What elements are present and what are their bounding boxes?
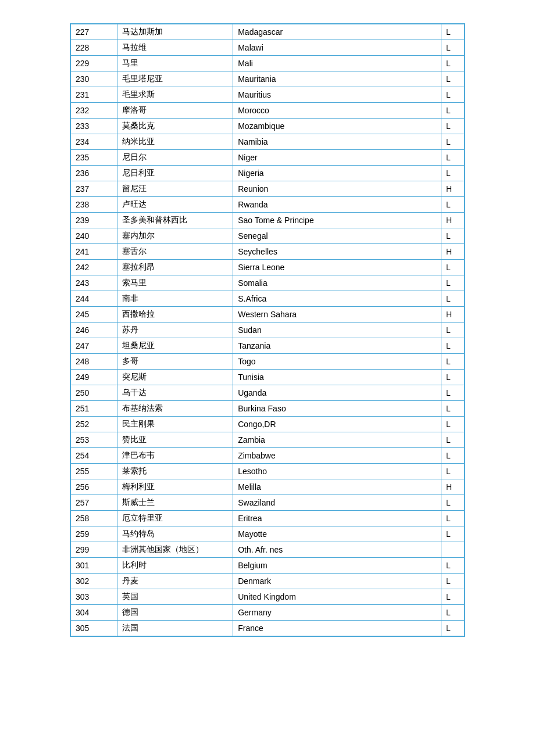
row-id: 257: [71, 495, 117, 511]
row-chinese: 津巴布韦: [117, 448, 233, 464]
row-chinese: 马达加斯加: [117, 24, 233, 40]
row-english: Malawi: [233, 40, 441, 56]
table-row: 228 马拉维 Malawi L: [71, 40, 465, 56]
row-id: 239: [71, 213, 117, 228]
row-code: L: [441, 448, 465, 464]
row-chinese: 毛里求斯: [117, 87, 233, 103]
row-id: 302: [71, 574, 117, 589]
row-chinese: 索马里: [117, 275, 233, 291]
table-row: 237 留尼汪 Reunion H: [71, 181, 465, 197]
row-id: 242: [71, 260, 117, 275]
table-row: 257 斯威士兰 Swaziland L: [71, 495, 465, 511]
row-code: L: [441, 605, 465, 621]
row-code: L: [441, 417, 465, 432]
row-id: 303: [71, 589, 117, 605]
row-english: Denmark: [233, 574, 441, 589]
row-chinese: 尼日利亚: [117, 166, 233, 181]
row-code: L: [441, 197, 465, 213]
row-code: L: [441, 134, 465, 150]
row-id: 241: [71, 244, 117, 260]
table-row: 299 非洲其他国家（地区） Oth. Afr. nes: [71, 542, 465, 558]
row-chinese: 法国: [117, 621, 233, 636]
row-id: 237: [71, 181, 117, 197]
row-id: 228: [71, 40, 117, 56]
row-english: Niger: [233, 150, 441, 166]
table-row: 235 尼日尔 Niger L: [71, 150, 465, 166]
row-id: 254: [71, 448, 117, 464]
row-code: L: [441, 24, 465, 40]
row-code: H: [441, 181, 465, 197]
row-code: L: [441, 464, 465, 479]
row-code: L: [441, 119, 465, 134]
table-row: 227 马达加斯加 Madagascar L: [71, 24, 465, 40]
row-id: 238: [71, 197, 117, 213]
row-id: 256: [71, 479, 117, 495]
row-id: 232: [71, 103, 117, 119]
table-row: 251 布基纳法索 Burkina Faso L: [71, 401, 465, 417]
row-code: L: [441, 589, 465, 605]
table-row: 245 西撒哈拉 Western Sahara H: [71, 307, 465, 323]
table-row: 234 纳米比亚 Namibia L: [71, 134, 465, 150]
row-english: Senegal: [233, 228, 441, 244]
table-row: 304 德国 Germany L: [71, 605, 465, 621]
row-chinese: 南非: [117, 291, 233, 307]
row-id: 251: [71, 401, 117, 417]
row-code: L: [441, 574, 465, 589]
row-id: 235: [71, 150, 117, 166]
row-english: Sierra Leone: [233, 260, 441, 275]
row-english: Mauritius: [233, 87, 441, 103]
table-row: 233 莫桑比克 Mozambique L: [71, 119, 465, 134]
row-id: 230: [71, 71, 117, 87]
table-row: 253 赞比亚 Zambia L: [71, 432, 465, 448]
row-english: Belgium: [233, 558, 441, 574]
table-row: 254 津巴布韦 Zimbabwe L: [71, 448, 465, 464]
row-chinese: 坦桑尼亚: [117, 338, 233, 354]
table-row: 249 突尼斯 Tunisia L: [71, 370, 465, 385]
row-english: Tunisia: [233, 370, 441, 385]
row-code: H: [441, 307, 465, 323]
table-row: 302 丹麦 Denmark L: [71, 574, 465, 589]
row-chinese: 塞内加尔: [117, 228, 233, 244]
row-chinese: 卢旺达: [117, 197, 233, 213]
row-english: Mozambique: [233, 119, 441, 134]
row-english: Burkina Faso: [233, 401, 441, 417]
table-row: 256 梅利利亚 Melilla H: [71, 479, 465, 495]
row-id: 259: [71, 526, 117, 542]
row-chinese: 梅利利亚: [117, 479, 233, 495]
row-english: Lesotho: [233, 464, 441, 479]
row-code: H: [441, 244, 465, 260]
row-id: 255: [71, 464, 117, 479]
country-table-wrapper: 227 马达加斯加 Madagascar L 228 马拉维 Malawi L …: [70, 23, 465, 637]
table-row: 231 毛里求斯 Mauritius L: [71, 87, 465, 103]
row-code: L: [441, 150, 465, 166]
row-code: L: [441, 275, 465, 291]
table-row: 240 塞内加尔 Senegal L: [71, 228, 465, 244]
row-english: Sudan: [233, 323, 441, 338]
row-code: L: [441, 621, 465, 636]
row-chinese: 乌干达: [117, 385, 233, 401]
row-code: L: [441, 56, 465, 71]
table-row: 259 马约特岛 Mayotte L: [71, 526, 465, 542]
row-english: Mauritania: [233, 71, 441, 87]
table-row: 301 比利时 Belgium L: [71, 558, 465, 574]
row-id: 247: [71, 338, 117, 354]
row-code: L: [441, 526, 465, 542]
table-row: 236 尼日利亚 Nigeria L: [71, 166, 465, 181]
row-code: L: [441, 260, 465, 275]
table-row: 250 乌干达 Uganda L: [71, 385, 465, 401]
table-row: 242 塞拉利昂 Sierra Leone L: [71, 260, 465, 275]
row-code: L: [441, 401, 465, 417]
row-english: Western Sahara: [233, 307, 441, 323]
row-chinese: 圣多美和普林西比: [117, 213, 233, 228]
row-id: 305: [71, 621, 117, 636]
row-chinese: 突尼斯: [117, 370, 233, 385]
row-code: H: [441, 213, 465, 228]
row-english: United Kingdom: [233, 589, 441, 605]
row-code: L: [441, 71, 465, 87]
row-chinese: 毛里塔尼亚: [117, 71, 233, 87]
row-id: 243: [71, 275, 117, 291]
row-english: Rwanda: [233, 197, 441, 213]
row-english: S.Africa: [233, 291, 441, 307]
row-english: Sao Tome & Principe: [233, 213, 441, 228]
row-id: 236: [71, 166, 117, 181]
